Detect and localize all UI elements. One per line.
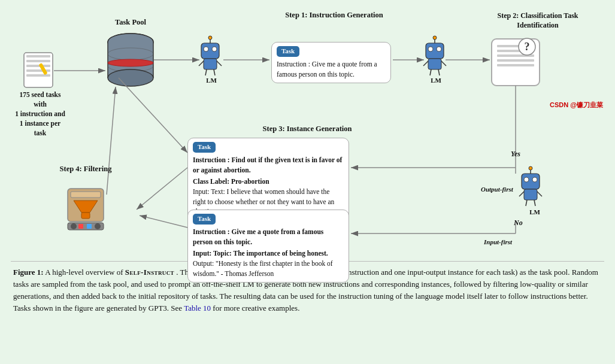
task-pool-label: Task Pool: [108, 18, 153, 27]
svg-point-60: [529, 166, 532, 170]
svg-point-16: [108, 60, 153, 72]
svg-line-41: [438, 69, 440, 75]
step3b-task-box: Task Instruction : Give me a quote from …: [187, 210, 349, 283]
svg-point-75: [95, 223, 101, 229]
lm-label-step2: LM: [427, 77, 445, 84]
step4-label: Step 4: Filtering: [44, 165, 128, 174]
svg-point-57: [524, 177, 529, 182]
watermark: CSDN @镰刀韭菜: [550, 101, 603, 110]
svg-rect-77: [87, 224, 92, 229]
svg-rect-56: [522, 174, 540, 189]
svg-rect-37: [428, 59, 441, 69]
no-label: No: [514, 219, 523, 228]
svg-point-58: [532, 177, 537, 182]
svg-point-10: [108, 34, 153, 50]
svg-rect-48: [497, 64, 534, 66]
svg-line-67: [140, 216, 187, 228]
step2-label: Step 2: Classification Task Identificati…: [487, 11, 589, 30]
step3b-instruction: Instruction : Give me a quote from a fam…: [193, 227, 344, 247]
lm-label-step1: LM: [202, 77, 220, 84]
yes-label: Yes: [511, 150, 520, 159]
svg-rect-76: [78, 224, 83, 229]
svg-rect-4: [26, 60, 50, 62]
svg-line-62: [519, 192, 524, 196]
svg-line-51: [119, 78, 187, 153]
svg-rect-5: [26, 65, 50, 67]
step1-task-box: Task Instruction : Give me a quote from …: [271, 42, 391, 83]
svg-rect-6: [26, 69, 50, 72]
step3b-task-label: Task: [193, 214, 216, 225]
seed-tasks-label: 175 seed tasks with 1 instruction and 1 …: [13, 90, 67, 138]
main-container: ?: [0, 0, 615, 364]
output-first-label: Output-first: [481, 186, 513, 193]
svg-rect-47: [497, 59, 534, 62]
svg-point-36: [433, 36, 437, 40]
svg-line-26: [199, 61, 204, 66]
step1-label: Step 1: Instruction Generation: [268, 11, 400, 20]
self-instruct-label: Self-Instruct: [125, 268, 174, 277]
svg-point-22: [212, 47, 217, 51]
svg-line-66: [137, 168, 187, 210]
svg-rect-8: [38, 63, 47, 75]
step3a-task-label: Task: [193, 142, 216, 153]
step3a-instruction: Instruction : Find out if the given text…: [193, 155, 344, 175]
svg-point-15: [108, 48, 153, 60]
svg-rect-46: [497, 54, 534, 57]
svg-rect-61: [524, 189, 537, 200]
filter-icon: [65, 186, 107, 236]
lm-label-step3: LM: [526, 208, 544, 216]
svg-line-63: [537, 192, 542, 196]
step1-instruction: Instruction : Give me a quote from a fam…: [277, 59, 386, 79]
svg-rect-43: [492, 39, 540, 86]
svg-point-18: [108, 59, 153, 66]
svg-point-24: [208, 36, 212, 40]
svg-rect-7: [26, 74, 50, 77]
svg-point-34: [437, 47, 441, 51]
svg-point-49: [519, 38, 535, 55]
svg-rect-72: [81, 213, 90, 219]
step3-label: Step 3: Instance Generation: [238, 125, 376, 134]
diagram: ?: [11, 6, 604, 257]
figure-label: Figure 1:: [13, 268, 44, 277]
svg-line-39: [441, 61, 446, 66]
svg-rect-3: [26, 55, 50, 57]
svg-line-38: [423, 61, 428, 66]
svg-rect-2: [24, 53, 53, 87]
svg-text:?: ?: [525, 41, 530, 53]
table-link[interactable]: Table 10: [184, 304, 211, 313]
input-first-label: Input-first: [484, 238, 512, 245]
svg-point-11: [108, 34, 153, 50]
svg-rect-45: [497, 50, 534, 52]
svg-rect-25: [204, 59, 217, 69]
caption-text-1: A high-level overview of: [45, 268, 125, 277]
step3b-input: Input: Topic: The importance of being ho…: [193, 248, 344, 259]
svg-point-17: [108, 69, 153, 86]
svg-line-27: [217, 61, 222, 66]
svg-rect-20: [201, 43, 219, 59]
step3b-output: Output: "Honesty is the first chapter in…: [193, 259, 344, 278]
svg-line-40: [430, 69, 431, 75]
svg-point-21: [204, 47, 208, 51]
svg-line-29: [214, 69, 215, 75]
svg-rect-32: [426, 43, 444, 59]
svg-point-74: [71, 223, 77, 229]
svg-rect-70: [71, 192, 101, 198]
caption-rest2: for more creative examples.: [213, 304, 299, 313]
svg-point-33: [428, 47, 433, 51]
step3a-class-label: Class Label: Pro-abortion: [193, 177, 344, 187]
svg-rect-12: [108, 42, 153, 78]
step1-task-label: Task: [277, 46, 299, 57]
svg-line-65: [534, 200, 535, 206]
step3a-task-box: Task Instruction : Find out if the given…: [187, 138, 349, 221]
svg-line-64: [526, 200, 527, 206]
svg-line-68: [107, 87, 116, 195]
svg-rect-44: [497, 45, 534, 47]
svg-line-28: [205, 69, 207, 75]
